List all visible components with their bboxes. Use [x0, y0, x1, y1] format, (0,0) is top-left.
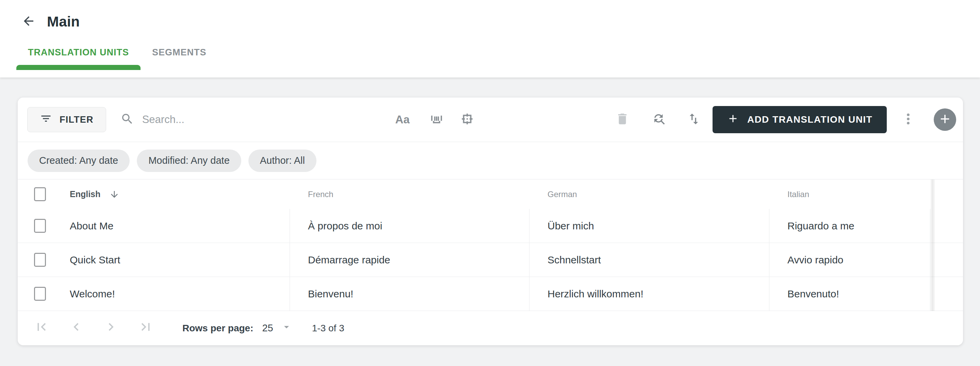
- row-checkbox[interactable]: [34, 287, 46, 301]
- pagination-bar: Rows per page: 25 1-3 of 3: [18, 311, 963, 345]
- table-row: Quick Start Démarrage rapide Schnellstar…: [18, 243, 963, 277]
- last-page-button[interactable]: [135, 318, 156, 339]
- cell-german[interactable]: Schnellstart: [530, 243, 769, 277]
- app-header: Main TRANSLATION UNITS SEGMENTS: [0, 0, 980, 78]
- header-filler-cell: [930, 179, 963, 209]
- chip-author[interactable]: Author: All: [248, 149, 317, 172]
- chip-created[interactable]: Created: Any date: [27, 149, 130, 172]
- title-row: Main: [0, 0, 980, 30]
- cell-german[interactable]: Herzlich willkommen!: [530, 277, 769, 311]
- cell-italian[interactable]: Riguardo a me: [769, 209, 930, 242]
- filter-chips-row: Created: Any date Modified: Any date Aut…: [18, 142, 963, 179]
- search-icon: [121, 112, 134, 127]
- cell-english[interactable]: Quick Start: [52, 243, 290, 277]
- next-page-button[interactable]: [101, 318, 121, 339]
- column-header-french[interactable]: French: [290, 179, 530, 209]
- column-header-german-label: German: [547, 190, 577, 199]
- whole-word-icon: [430, 112, 444, 127]
- dropdown-caret-icon: [273, 321, 292, 335]
- table-header-row: English French German Italian: [18, 179, 963, 209]
- kebab-menu-icon: [901, 112, 915, 127]
- table-row: About Me À propos de moi Über mich Rigua…: [18, 209, 963, 243]
- rows-per-page-label: Rows per page:: [182, 323, 253, 334]
- exact-match-toggle[interactable]: [457, 110, 477, 130]
- add-translation-unit-label: ADD TRANSLATION UNIT: [747, 114, 872, 125]
- tab-segments[interactable]: SEGMENTS: [140, 35, 218, 70]
- add-translation-unit-button[interactable]: ADD TRANSLATION UNIT: [713, 106, 887, 133]
- last-page-icon: [138, 319, 153, 337]
- arrow-left-icon: [21, 14, 36, 30]
- table-row: Welcome! Bienvenu! Herzlich willkommen! …: [18, 277, 963, 311]
- rows-per-page-value: 25: [262, 323, 273, 334]
- column-header-german[interactable]: German: [530, 179, 769, 209]
- plus-icon: [938, 112, 952, 127]
- match-case-toggle[interactable]: Aa: [393, 110, 412, 130]
- more-options-button[interactable]: [898, 110, 918, 130]
- sort-descending-icon: [109, 189, 119, 200]
- select-all-checkbox[interactable]: [34, 187, 46, 201]
- column-header-italian-label: Italian: [788, 190, 809, 199]
- trash-icon: [615, 112, 630, 127]
- target-frame-icon: [460, 112, 474, 127]
- plus-icon: [727, 112, 739, 127]
- first-page-button[interactable]: [31, 318, 52, 339]
- match-case-icon: Aa: [395, 113, 410, 126]
- select-all-cell: [18, 179, 52, 209]
- sort-arrows-icon: [687, 112, 701, 127]
- cell-french[interactable]: À propos de moi: [290, 209, 530, 242]
- row-checkbox-cell: [18, 243, 52, 277]
- column-header-english[interactable]: English: [52, 179, 290, 209]
- tab-bar: TRANSLATION UNITS SEGMENTS: [0, 35, 980, 70]
- previous-page-button[interactable]: [66, 318, 86, 339]
- filter-icon: [40, 112, 52, 127]
- cell-german[interactable]: Über mich: [530, 209, 769, 242]
- row-filler-cell: [930, 243, 963, 277]
- row-checkbox-cell: [18, 209, 52, 242]
- sort-button[interactable]: [684, 110, 704, 130]
- pagination-range: 1-3 of 3: [312, 323, 344, 334]
- cell-french[interactable]: Bienvenu!: [290, 277, 530, 311]
- toolbar: FILTER Aa: [18, 98, 963, 142]
- filter-button-label: FILTER: [60, 114, 94, 125]
- delete-button[interactable]: [612, 110, 632, 130]
- column-header-italian[interactable]: Italian: [769, 179, 930, 209]
- cell-english[interactable]: Welcome!: [52, 277, 290, 311]
- find-replace-icon: [652, 112, 666, 127]
- cell-french[interactable]: Démarrage rapide: [290, 243, 530, 277]
- page-title: Main: [47, 14, 80, 30]
- filter-button[interactable]: FILTER: [27, 107, 106, 132]
- chevron-left-icon: [68, 319, 84, 337]
- cell-english[interactable]: About Me: [52, 209, 290, 242]
- vertical-scrollbar[interactable]: [930, 179, 935, 311]
- cell-italian[interactable]: Benvenuto!: [769, 277, 930, 311]
- row-filler-cell: [930, 209, 963, 242]
- chip-modified[interactable]: Modified: Any date: [137, 149, 241, 172]
- tab-translation-units[interactable]: TRANSLATION UNITS: [16, 35, 140, 70]
- search-input[interactable]: [142, 114, 380, 126]
- row-checkbox[interactable]: [34, 253, 46, 267]
- translation-units-card: FILTER Aa: [18, 98, 963, 345]
- whole-word-toggle[interactable]: [427, 110, 447, 130]
- back-button[interactable]: [21, 14, 36, 29]
- row-filler-cell: [930, 277, 963, 311]
- chevron-right-icon: [103, 319, 119, 337]
- search-box: [121, 112, 393, 127]
- row-checkbox-cell: [18, 277, 52, 311]
- add-fab-button[interactable]: [934, 108, 956, 131]
- cell-italian[interactable]: Avvio rapido: [769, 243, 930, 277]
- column-header-english-label: English: [70, 189, 100, 199]
- find-replace-button[interactable]: [649, 110, 669, 130]
- row-checkbox[interactable]: [34, 219, 46, 233]
- first-page-icon: [34, 319, 49, 337]
- rows-per-page-select[interactable]: 25: [262, 321, 292, 335]
- column-header-french-label: French: [308, 190, 334, 199]
- translation-units-table: English French German Italian About: [18, 179, 963, 311]
